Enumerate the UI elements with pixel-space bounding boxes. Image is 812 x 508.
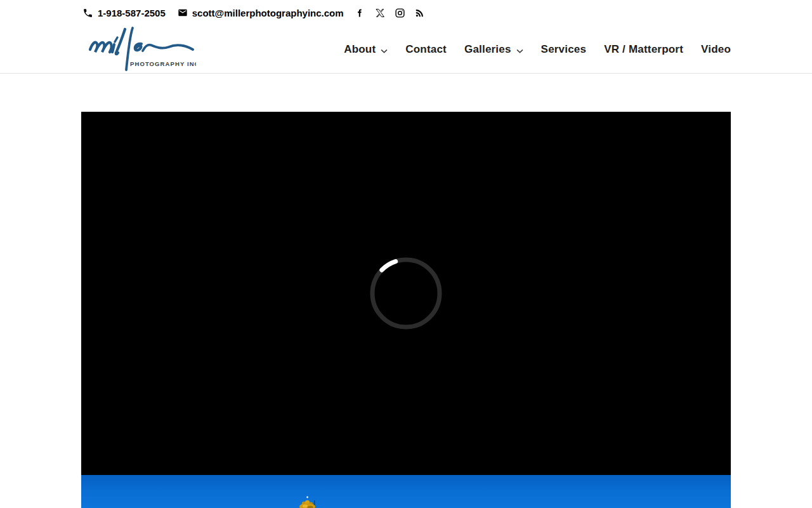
phone-number: 1-918-587-2505 [98, 8, 166, 18]
hero-image-sky [81, 475, 731, 508]
email-contact: scott@millerphotographyinc.com [178, 8, 344, 18]
nav-item-vr-matterport[interactable]: VR / Matterport [604, 44, 683, 55]
chevron-down-icon [516, 44, 523, 55]
email-address: scott@millerphotographyinc.com [192, 8, 344, 18]
phone-contact: 1-918-587-2505 [82, 8, 166, 18]
virtual-tour-viewer[interactable] [81, 112, 731, 475]
logo-subtitle: PHOTOGRAPHY INC. [130, 60, 196, 67]
nav-item-services[interactable]: Services [541, 44, 587, 55]
chevron-down-icon [381, 44, 388, 55]
phone-icon [82, 8, 93, 18]
miller-photography-logo[interactable]: miller PHOTOGRAPHY INC. [87, 25, 196, 72]
golden-dome [296, 493, 321, 508]
nav-item-about[interactable]: About [344, 43, 388, 55]
site-header: miller PHOTOGRAPHY INC. About Contact [0, 25, 812, 74]
email-link[interactable]: scott@millerphotographyinc.com [178, 8, 344, 18]
main-nav: About Contact Galleries Services VR / Ma… [344, 43, 731, 55]
topbar: 1-918-587-2505 scott@millerphotographyin… [0, 0, 812, 25]
nav-item-contact[interactable]: Contact [405, 44, 447, 55]
facebook-icon[interactable] [355, 8, 365, 18]
x-twitter-icon[interactable] [374, 8, 386, 18]
social-links [355, 8, 425, 18]
page-content [81, 112, 731, 508]
instagram-icon[interactable] [395, 8, 405, 18]
loading-spinner [368, 255, 444, 331]
rss-icon[interactable] [414, 8, 425, 18]
nav-item-video[interactable]: Video [701, 44, 731, 55]
nav-item-galleries[interactable]: Galleries [464, 43, 523, 55]
envelope-icon [178, 8, 188, 18]
